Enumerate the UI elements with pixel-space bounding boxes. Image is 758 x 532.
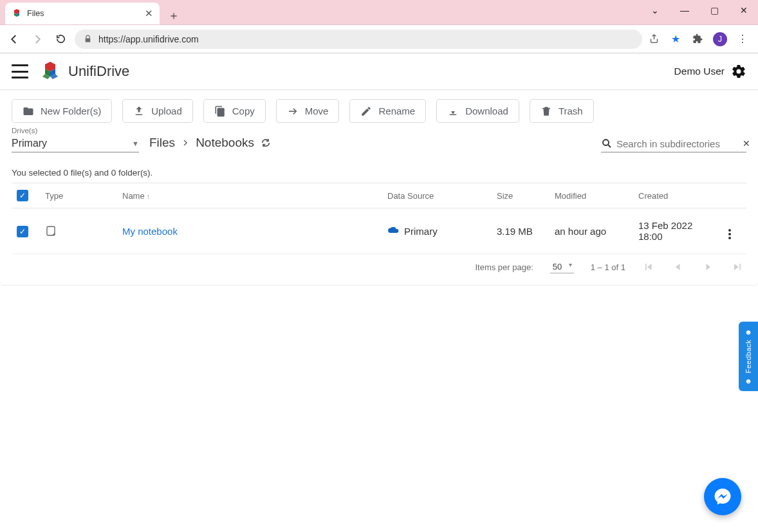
search-icon: [601, 138, 613, 149]
bookmark-star-icon[interactable]: ★: [669, 33, 682, 46]
extensions-icon[interactable]: [691, 33, 704, 46]
drive-select-label: Drive(s): [12, 127, 139, 134]
user-name[interactable]: Demo User: [674, 66, 725, 77]
rename-button[interactable]: Rename: [349, 99, 426, 123]
prev-page-icon[interactable]: [672, 261, 685, 273]
minimize-button[interactable]: —: [676, 4, 694, 17]
col-type[interactable]: Type: [40, 183, 117, 208]
row-actions-menu-icon[interactable]: [728, 229, 731, 239]
select-all-checkbox[interactable]: ✓: [17, 190, 28, 201]
url-input[interactable]: https://app.unifidrive.com: [75, 30, 642, 49]
pagination: Items per page: 50 1 – 1 of 1: [12, 254, 746, 280]
chevron-right-icon: [181, 139, 189, 147]
close-window-button[interactable]: ✕: [735, 4, 753, 17]
row-checkbox[interactable]: ✓: [17, 226, 28, 237]
drive-select-value: Primary: [12, 138, 47, 149]
new-tab-button[interactable]: ＋: [165, 6, 183, 24]
col-name[interactable]: Name↑: [117, 183, 382, 208]
trash-button[interactable]: Trash: [530, 99, 594, 123]
search-input[interactable]: [616, 138, 739, 149]
tab-close-icon[interactable]: ✕: [145, 8, 153, 19]
menu-toggle-button[interactable]: [12, 64, 28, 78]
created-value: 13 Feb 2022 18:00: [633, 208, 723, 254]
action-toolbar: New Folder(s) Upload Copy Move Rename Do…: [12, 99, 746, 123]
upload-button[interactable]: Upload: [122, 99, 193, 123]
messenger-fab[interactable]: [704, 478, 741, 515]
last-page-icon[interactable]: [731, 261, 744, 273]
feedback-tab[interactable]: ☻ Feedback ☻: [739, 322, 758, 391]
feedback-label: Feedback: [744, 340, 752, 373]
share-icon[interactable]: [647, 33, 660, 46]
profile-avatar[interactable]: J: [713, 32, 727, 46]
notebook-type-icon: [45, 225, 112, 237]
maximize-button[interactable]: ▢: [705, 4, 723, 17]
download-label: Download: [465, 105, 508, 116]
move-button[interactable]: Move: [276, 99, 340, 123]
file-name-link[interactable]: My notebook: [122, 226, 178, 237]
main-content: New Folder(s) Upload Copy Move Rename Do…: [0, 90, 758, 285]
upload-label: Upload: [151, 105, 182, 116]
table-row[interactable]: ✓ My notebook Primary 3.19 MB an hour ag…: [12, 208, 746, 254]
first-page-icon[interactable]: [642, 261, 655, 273]
logo-group[interactable]: UnifiDrive: [39, 60, 129, 83]
clear-search-icon[interactable]: ✕: [743, 138, 750, 149]
back-button[interactable]: [5, 30, 23, 48]
feedback-chat-icon: ☻: [744, 377, 752, 385]
breadcrumb: Files Notebooks: [149, 136, 271, 150]
page-range: 1 – 1 of 1: [591, 262, 625, 272]
col-size[interactable]: Size: [492, 183, 550, 208]
address-bar: https://app.unifidrive.com ★ J ⋮: [0, 24, 758, 53]
tab-favicon-icon: [12, 8, 22, 19]
logo-icon: [39, 60, 62, 83]
file-table: ✓ Type Name↑ Data Source Size Modified C…: [12, 183, 746, 254]
browser-menu-icon[interactable]: ⋮: [736, 33, 749, 46]
size-value: 3.19 MB: [492, 208, 550, 254]
svg-point-8: [603, 140, 609, 145]
col-modified[interactable]: Modified: [550, 183, 633, 208]
window-controls: ⌄ — ▢ ✕: [646, 4, 753, 17]
dropdown-caret-icon: ▼: [132, 140, 139, 147]
drive-select[interactable]: Drive(s) Primary ▼: [12, 127, 139, 152]
feedback-face-icon: ☻: [744, 328, 752, 336]
sort-asc-icon: ↑: [147, 192, 151, 200]
tab-search-chevron-icon[interactable]: ⌄: [646, 4, 664, 17]
col-data-source[interactable]: Data Source: [382, 183, 492, 208]
tab-title: Files: [27, 9, 44, 18]
move-label: Move: [305, 105, 329, 116]
settings-gear-icon[interactable]: [731, 64, 746, 79]
download-button[interactable]: Download: [436, 99, 519, 123]
app-header: UnifiDrive Demo User: [0, 53, 758, 90]
trash-label: Trash: [559, 105, 583, 116]
next-page-icon[interactable]: [701, 261, 714, 273]
new-folder-label: New Folder(s): [41, 105, 101, 116]
brand-name: UnifiDrive: [68, 63, 129, 80]
reload-button[interactable]: [51, 30, 69, 48]
data-source-value: Primary: [404, 226, 438, 237]
browser-tab[interactable]: Files ✕: [5, 3, 160, 24]
col-created[interactable]: Created: [633, 183, 723, 208]
browser-chrome: Files ✕ ＋ ⌄ — ▢ ✕ https://app.unifidrive…: [0, 0, 758, 53]
rename-label: Rename: [378, 105, 415, 116]
page-size-select[interactable]: 50: [550, 261, 574, 273]
items-per-page-label: Items per page:: [475, 262, 533, 272]
copy-button[interactable]: Copy: [203, 99, 266, 123]
onedrive-icon: [387, 227, 399, 235]
drive-breadcrumb-row: Drive(s) Primary ▼ Files Notebooks ✕: [12, 127, 746, 152]
lock-icon: [84, 35, 92, 43]
modified-value: an hour ago: [550, 208, 633, 254]
search-box[interactable]: ✕: [601, 138, 746, 152]
url-text: https://app.unifidrive.com: [98, 34, 199, 44]
forward-button[interactable]: [28, 30, 46, 48]
copy-label: Copy: [232, 105, 255, 116]
breadcrumb-current[interactable]: Notebooks: [196, 136, 254, 150]
breadcrumb-root[interactable]: Files: [149, 136, 175, 150]
new-folder-button[interactable]: New Folder(s): [12, 99, 112, 123]
refresh-icon[interactable]: [261, 138, 271, 148]
tab-strip: Files ✕ ＋ ⌄ — ▢ ✕: [0, 0, 758, 24]
selection-summary: You selected 0 file(s) and 0 folder(s).: [12, 168, 746, 178]
